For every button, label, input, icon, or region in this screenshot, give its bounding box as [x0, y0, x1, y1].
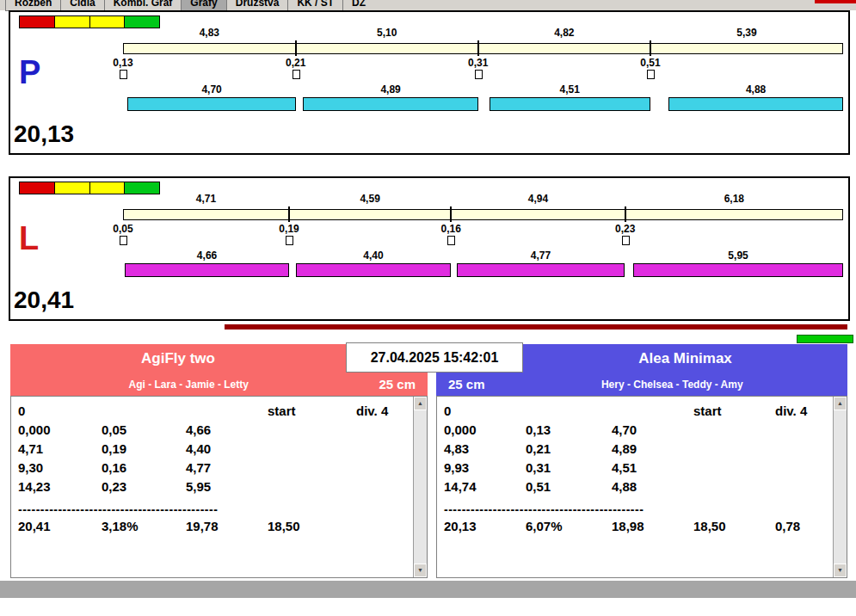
- table-cell: 0,16: [102, 460, 126, 476]
- change-marker-square: [475, 70, 483, 79]
- change-marker-square: [622, 236, 630, 245]
- status-indicator: [797, 335, 853, 343]
- run-time-bar: [490, 97, 650, 111]
- change-time-label: 0,31: [468, 57, 488, 69]
- table-cell: 0,000: [18, 422, 51, 438]
- team-left-height-category: 25 cm: [366, 377, 428, 391]
- run-time-label: 4,66: [197, 249, 217, 262]
- table-cell: 4,66: [186, 422, 211, 438]
- run-time-label: 4,77: [531, 249, 551, 262]
- team-right-header: Alea Minimax: [523, 344, 847, 373]
- team-left-subheader: Agi - Lara - Jamie - Letty 25 cm: [10, 373, 428, 396]
- table-cell: 4,71: [18, 441, 43, 457]
- run-time-bar: [668, 97, 843, 111]
- legend: [19, 182, 160, 194]
- table-cell: 4,40: [186, 441, 211, 457]
- panel-total-time: 20,13: [14, 120, 74, 148]
- leg-time-track: [123, 209, 843, 220]
- segment-divider-tick: [295, 40, 297, 56]
- change-time-label: 0,16: [441, 223, 461, 235]
- scroll-up-icon[interactable]: ▲: [414, 397, 427, 410]
- run-time-label: 4,88: [746, 83, 766, 95]
- legend-swatch: [90, 16, 126, 28]
- table-cell: 20,13: [444, 519, 477, 534]
- table-cell: 19,78: [186, 519, 219, 534]
- leg-time-label: 4,94: [528, 193, 548, 205]
- app-window: RozběhČidlaKombi. GrafGrafyDružstvaKK / …: [0, 0, 856, 616]
- change-time-label: 0,51: [640, 57, 660, 69]
- team-left-members: Agi - Lara - Jamie - Letty: [10, 379, 366, 391]
- vertical-scrollbar[interactable]: ▲ ▼: [413, 397, 427, 577]
- table-cell: 4,51: [612, 460, 637, 476]
- leg-time-label: 4,59: [360, 193, 379, 205]
- change-marker-square: [293, 70, 300, 79]
- run-time-label: 4,51: [560, 83, 580, 95]
- scroll-down-icon[interactable]: ▼: [414, 564, 427, 577]
- leg-time-label: 4,83: [200, 27, 219, 39]
- leg-time-label: 4,82: [554, 27, 574, 39]
- team-left-header: AgiFly two: [10, 344, 346, 373]
- table-cell: 9,30: [18, 460, 43, 476]
- run-time-bar: [457, 263, 625, 277]
- table-cell: 4,88: [612, 479, 637, 495]
- change-time-label: 0,23: [615, 223, 635, 235]
- table-cell: 18,50: [268, 519, 300, 534]
- team-right-members: Hery - Chelsea - Teddy - Amy: [497, 379, 847, 391]
- scroll-down-icon[interactable]: ▼: [834, 564, 847, 577]
- team-right-height-category: 25 cm: [436, 377, 497, 391]
- scroll-up-icon[interactable]: ▲: [834, 397, 847, 410]
- table-cell: 0,21: [526, 441, 551, 457]
- table-cell: 0,31: [526, 460, 551, 476]
- vertical-scrollbar[interactable]: ▲ ▼: [833, 397, 847, 577]
- leg-time-label: 5,39: [736, 27, 756, 39]
- table-body: 0startdiv. 40,0000,134,704,830,214,899,9…: [437, 397, 847, 577]
- table-cell: start: [268, 403, 296, 419]
- team-left-name: AgiFly two: [141, 350, 215, 367]
- team-right-subheader: 25 cm Hery - Chelsea - Teddy - Amy: [436, 373, 847, 396]
- table-cell: 3,18%: [102, 519, 139, 534]
- table-cell: 14,23: [18, 479, 51, 495]
- legend-swatch: [55, 16, 90, 28]
- legend: [19, 15, 160, 28]
- table-cell: 4,89: [612, 441, 637, 457]
- run-time-bar: [125, 263, 289, 277]
- graph-panel-l: L 20,41 4,710,054,664,590,194,404,940,16…: [9, 176, 850, 321]
- run-time-label: 4,70: [201, 83, 221, 95]
- panel-total-time: 20,41: [14, 286, 74, 314]
- leg-time-label: 6,18: [724, 193, 744, 205]
- table-cell: 0,78: [775, 519, 800, 534]
- table-cell: 18,98: [612, 519, 644, 534]
- table-cell: start: [693, 403, 722, 419]
- run-time-label: 4,89: [380, 83, 400, 95]
- run-time-bar: [303, 97, 477, 111]
- change-time-label: 0,13: [113, 57, 132, 69]
- segment-divider-tick: [650, 40, 651, 56]
- run-time-label: 4,40: [363, 249, 383, 262]
- segment-divider-tick: [450, 206, 452, 222]
- table-cell: 0: [444, 403, 451, 419]
- table-cell: 0,23: [102, 479, 126, 495]
- table-cell: 0,05: [102, 422, 126, 438]
- table-cell: 14,74: [444, 479, 477, 495]
- change-marker-square: [120, 236, 127, 245]
- legend-swatch: [20, 16, 55, 28]
- table-cell: ----------------------------------------…: [18, 502, 218, 517]
- table-cell: ----------------------------------------…: [444, 502, 644, 517]
- legend-swatch: [90, 182, 126, 194]
- table-cell: 6,07%: [526, 519, 563, 534]
- team-right-results-table: 0startdiv. 40,0000,134,704,830,214,899,9…: [436, 396, 847, 578]
- table-cell: 0,19: [102, 441, 126, 457]
- table-cell: div. 4: [775, 403, 807, 419]
- table-cell: 0: [18, 403, 25, 419]
- change-time-label: 0,19: [279, 223, 299, 235]
- panel-letter: P: [19, 55, 40, 89]
- table-cell: 20,41: [18, 519, 51, 534]
- team-right-name: Alea Minimax: [638, 350, 732, 367]
- window-accent-bar: [815, 0, 856, 3]
- table-cell: 4,83: [444, 441, 469, 457]
- change-time-label: 0,21: [286, 57, 305, 69]
- table-cell: 4,77: [186, 460, 211, 476]
- table-cell: 9,93: [444, 460, 469, 476]
- table-cell: 4,70: [612, 422, 637, 438]
- segment-divider-tick: [477, 40, 479, 56]
